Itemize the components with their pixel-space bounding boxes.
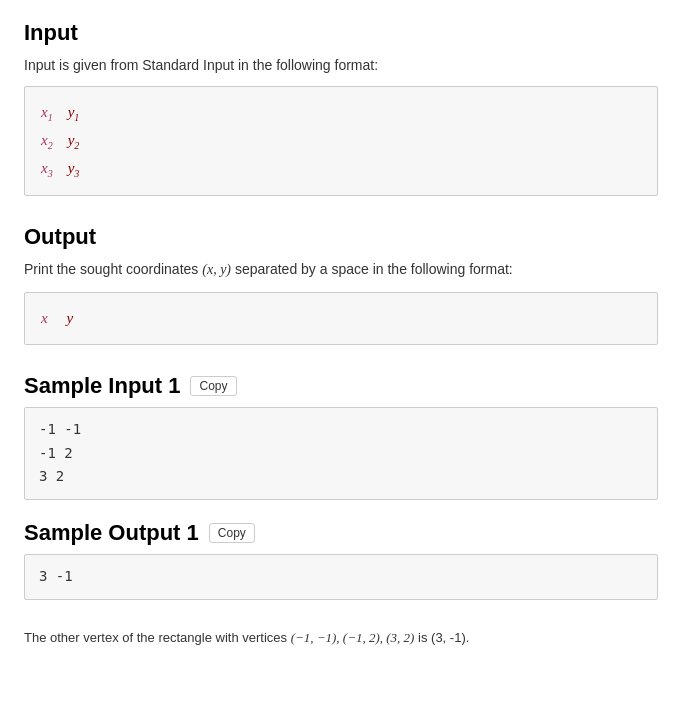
var-x1: x1 xyxy=(41,104,53,120)
input-description: Input is given from Standard Input in th… xyxy=(24,54,658,76)
format-line-2: x2 y2 xyxy=(41,127,641,155)
input-section: Input Input is given from Standard Input… xyxy=(24,20,658,196)
sample-input-1-line-2: -1 2 xyxy=(39,442,643,466)
note-vertices: (−1, −1), (−1, 2), (3, 2) xyxy=(291,630,415,645)
output-var-x: x xyxy=(41,310,48,326)
output-math: (x, y) xyxy=(202,262,231,277)
output-title: Output xyxy=(24,224,658,250)
output-var-y: y xyxy=(66,310,73,326)
sample-output-1-value: 3 -1 xyxy=(39,565,643,589)
note-text: The other vertex of the rectangle with v… xyxy=(24,628,658,649)
input-format-box: x1 y1 x2 y2 x3 y3 xyxy=(24,86,658,196)
var-y1: y1 xyxy=(68,104,80,120)
output-format-box: x y xyxy=(24,292,658,345)
sample-input-1-line-1: -1 -1 xyxy=(39,418,643,442)
note-section: The other vertex of the rectangle with v… xyxy=(24,628,658,649)
output-description: Print the sought coordinates (x, y) sepa… xyxy=(24,258,658,281)
var-y3: y3 xyxy=(68,160,80,176)
format-line-1: x1 y1 xyxy=(41,99,641,127)
var-x3: x3 xyxy=(41,160,53,176)
sample-output-1-header: Sample Output 1 Copy xyxy=(24,520,658,546)
copy-sample-output-1-button[interactable]: Copy xyxy=(209,523,255,543)
var-x2: x2 xyxy=(41,132,53,148)
sample-input-1-line-3: 3 2 xyxy=(39,465,643,489)
sample-input-1-box: -1 -1 -1 2 3 2 xyxy=(24,407,658,500)
sample-output-1-title: Sample Output 1 xyxy=(24,520,199,546)
sample-output-1-box: 3 -1 xyxy=(24,554,658,600)
var-y2: y2 xyxy=(68,132,80,148)
sample-input-1-section: Sample Input 1 Copy -1 -1 -1 2 3 2 xyxy=(24,373,658,500)
sample-output-1-section: Sample Output 1 Copy 3 -1 xyxy=(24,520,658,600)
copy-sample-input-1-button[interactable]: Copy xyxy=(190,376,236,396)
output-section: Output Print the sought coordinates (x, … xyxy=(24,224,658,344)
input-title: Input xyxy=(24,20,658,46)
sample-input-1-title: Sample Input 1 xyxy=(24,373,180,399)
sample-input-1-header: Sample Input 1 Copy xyxy=(24,373,658,399)
format-line-3: x3 y3 xyxy=(41,155,641,183)
